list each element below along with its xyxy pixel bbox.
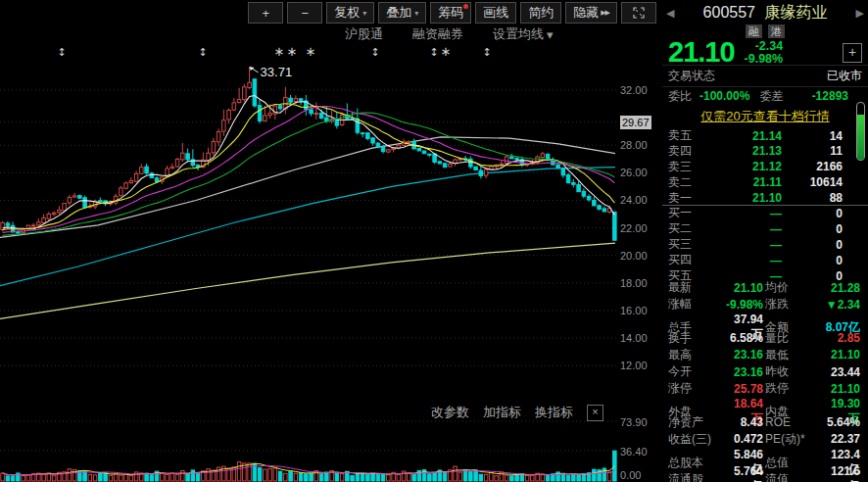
event-marker-icon[interactable]: ↕ [370, 46, 379, 59]
queue-row[interactable]: 卖一21.1088 [662, 190, 868, 206]
prev-stock-arrow[interactable]: ◀ [666, 7, 674, 20]
queue-row[interactable]: 卖三21.122166 [662, 159, 868, 174]
add-indicator-button[interactable]: 加指标 [483, 404, 521, 421]
queue-volume: 0 [782, 254, 862, 267]
ma-settings-dropdown[interactable]: 设置均线 ▾ [493, 25, 554, 43]
stat-label: ROE [765, 415, 821, 429]
stat-label: 最低 [765, 347, 821, 363]
zoom-in-button[interactable]: + [248, 2, 283, 24]
stat-label: 跌停 [765, 380, 821, 397]
adjust-price-button[interactable]: 复权 ▾ [326, 2, 374, 24]
stat-row: 总手37.94万金额8.07亿 [662, 313, 868, 329]
queue-price: 21.12 [707, 160, 782, 173]
price-chart[interactable]: ↕↕∗∗∗↕↕∗↕33.71 [0, 44, 617, 420]
tab-margin-trading[interactable]: 融资融券 [412, 25, 463, 43]
stat-row: 收益(三)0.472PE(动)*22.37 [662, 431, 868, 448]
announcement-marker-icon[interactable]: ∗ [274, 44, 285, 59]
stock-app-window: + − 复权 ▾ 叠加 ▾ 筹码 画线 简约 隐藏 ▶▶ [0, 0, 868, 482]
announcement-marker-icon[interactable]: ∗ [287, 44, 298, 59]
simple-mode-button[interactable]: 简约 [520, 2, 561, 24]
stat-label: 收益(三) [668, 431, 724, 448]
queue-row[interactable]: 卖五21.1414 [662, 127, 868, 143]
queue-label: 买一 [668, 205, 707, 221]
stat-label: 昨收 [765, 363, 821, 380]
queue-row[interactable]: 买三—0 [662, 236, 868, 252]
stat-value: 2.85 [821, 331, 862, 345]
quote-panel: ◀ 600557 康缘药业 ▶ 融 港 21.10 -2.34 -9.98% + [662, 0, 868, 482]
queue-row[interactable]: 买四—0 [662, 252, 868, 267]
ma-settings-label: 设置均线 [493, 25, 544, 43]
stat-label: 流值 [765, 471, 821, 482]
queue-row[interactable]: 买一—0 [662, 205, 868, 220]
queue-row[interactable]: 卖二21.1110614 [662, 174, 868, 190]
event-marker-icon[interactable]: ↕ [57, 46, 66, 59]
next-stock-arrow[interactable]: ▶ [856, 7, 864, 20]
stock-code: 600557 [703, 4, 755, 21]
switch-indicator-button[interactable]: 换指标 [535, 404, 573, 421]
announcement-marker-icon[interactable]: ∗ [441, 44, 452, 59]
stat-label: 涨幅 [668, 296, 724, 313]
chips-button[interactable]: 筹码 [430, 2, 471, 24]
level2-promo-link[interactable]: 仅需20元查看十档行情 [700, 108, 829, 125]
queue-row[interactable]: 买二—0 [662, 220, 868, 236]
stat-row: 涨停25.78跌停21.10 [662, 380, 868, 397]
price-change: -2.34 -9.98% [745, 40, 784, 66]
stat-label: 流通股 [668, 471, 724, 482]
margin-badge: 融 [746, 24, 762, 38]
stat-value: ▼2.34 [821, 298, 862, 312]
stat-value: 23.44 [821, 365, 862, 379]
stats-table: 最新21.10均价21.28涨幅-9.98%涨跌▼2.34总手37.94万金额8… [662, 279, 868, 481]
price-tick-label: 18.00 [620, 276, 661, 290]
stat-value: 23.16 [724, 348, 765, 362]
zoom-out-button[interactable]: − [287, 2, 322, 24]
fullscreen-button[interactable] [621, 2, 656, 24]
draw-line-button[interactable]: 画线 [475, 2, 516, 24]
queue-volume: 0 [782, 238, 862, 252]
red-dot-badge [463, 4, 468, 9]
event-marker-icon[interactable]: ↕ [429, 46, 438, 59]
queue-row[interactable]: 卖四21.1311 [662, 143, 868, 159]
overlay-button[interactable]: 叠加 ▾ [378, 2, 426, 24]
queue-volume: 10614 [782, 175, 862, 189]
queue-label: 卖一 [668, 190, 707, 207]
queue-price: 21.10 [707, 191, 782, 205]
stat-value: 22.37 [821, 432, 862, 446]
stat-label: PE(动)* [765, 431, 821, 448]
price-tick-label: 20.00 [620, 249, 661, 263]
overlay-label: 叠加 [386, 4, 411, 22]
chevron-down-icon: ▾ [414, 9, 418, 18]
queue-volume: 11 [782, 144, 862, 158]
volume-chart[interactable] [0, 420, 617, 482]
stat-label: 涨跌 [765, 296, 821, 313]
queue-price: 21.13 [707, 144, 782, 158]
weibi-value: -100.00% [699, 89, 749, 103]
price-tick-label: 28.00 [620, 138, 661, 152]
stat-value: 21.10 [821, 348, 862, 362]
change-params-button[interactable]: 改参数 [431, 404, 469, 421]
stat-value: 21.10 [724, 281, 765, 295]
chevron-down-icon: ▾ [362, 9, 366, 18]
stat-row: 最高23.16最低21.10 [662, 347, 868, 363]
close-indicator-icon[interactable]: × [587, 405, 603, 421]
stat-value: 5.764亿 [724, 464, 765, 482]
queue-volume: 0 [782, 207, 862, 220]
announcement-marker-icon[interactable]: ∗ [306, 44, 316, 59]
stat-value: 21.28 [821, 281, 862, 295]
queue-price: — [707, 207, 782, 220]
event-marker-icon[interactable]: ↕ [198, 46, 207, 59]
stat-value: 6.58% [724, 331, 765, 345]
price-tick-label: 29.67 [620, 116, 651, 129]
peak-price-annotation: 33.71 [261, 65, 293, 79]
tab-hgt[interactable]: 沪股通 [345, 25, 383, 43]
add-to-watchlist-button[interactable]: + [843, 43, 862, 63]
stock-title: 600557 康缘药业 [703, 3, 828, 24]
stat-value: 21.10 [821, 382, 862, 396]
volume-tick-label: 73.90 [620, 415, 661, 429]
queue-volume: 0 [782, 222, 862, 236]
price-tick-label: 14.00 [620, 331, 661, 345]
event-marker-icon[interactable]: ↕ [482, 46, 491, 59]
stat-label: 今开 [668, 363, 724, 380]
stat-label: 总股本 [668, 455, 724, 471]
hide-button[interactable]: 隐藏 ▶▶ [565, 2, 617, 24]
promo-row: 仅需20元查看十档行情 [662, 107, 868, 126]
